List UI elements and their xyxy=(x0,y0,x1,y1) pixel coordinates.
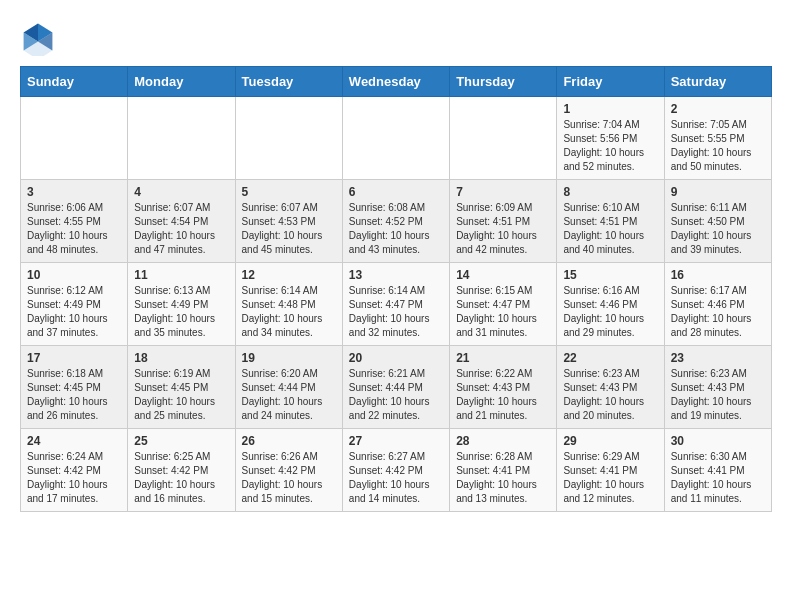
calendar-cell: 24Sunrise: 6:24 AM Sunset: 4:42 PM Dayli… xyxy=(21,429,128,512)
day-info: Sunrise: 6:18 AM Sunset: 4:45 PM Dayligh… xyxy=(27,367,121,423)
calendar-cell: 11Sunrise: 6:13 AM Sunset: 4:49 PM Dayli… xyxy=(128,263,235,346)
day-number: 3 xyxy=(27,185,121,199)
day-number: 18 xyxy=(134,351,228,365)
calendar-cell: 21Sunrise: 6:22 AM Sunset: 4:43 PM Dayli… xyxy=(450,346,557,429)
calendar-week-row: 17Sunrise: 6:18 AM Sunset: 4:45 PM Dayli… xyxy=(21,346,772,429)
day-info: Sunrise: 6:13 AM Sunset: 4:49 PM Dayligh… xyxy=(134,284,228,340)
day-info: Sunrise: 6:23 AM Sunset: 4:43 PM Dayligh… xyxy=(563,367,657,423)
calendar-cell: 29Sunrise: 6:29 AM Sunset: 4:41 PM Dayli… xyxy=(557,429,664,512)
calendar-week-row: 10Sunrise: 6:12 AM Sunset: 4:49 PM Dayli… xyxy=(21,263,772,346)
day-info: Sunrise: 6:14 AM Sunset: 4:48 PM Dayligh… xyxy=(242,284,336,340)
day-info: Sunrise: 6:11 AM Sunset: 4:50 PM Dayligh… xyxy=(671,201,765,257)
calendar-cell: 23Sunrise: 6:23 AM Sunset: 4:43 PM Dayli… xyxy=(664,346,771,429)
logo xyxy=(20,20,62,56)
calendar-cell: 17Sunrise: 6:18 AM Sunset: 4:45 PM Dayli… xyxy=(21,346,128,429)
calendar-cell xyxy=(235,97,342,180)
calendar-cell: 14Sunrise: 6:15 AM Sunset: 4:47 PM Dayli… xyxy=(450,263,557,346)
day-info: Sunrise: 6:15 AM Sunset: 4:47 PM Dayligh… xyxy=(456,284,550,340)
calendar-week-row: 1Sunrise: 7:04 AM Sunset: 5:56 PM Daylig… xyxy=(21,97,772,180)
day-info: Sunrise: 6:19 AM Sunset: 4:45 PM Dayligh… xyxy=(134,367,228,423)
day-number: 15 xyxy=(563,268,657,282)
day-number: 1 xyxy=(563,102,657,116)
day-number: 11 xyxy=(134,268,228,282)
calendar-cell: 9Sunrise: 6:11 AM Sunset: 4:50 PM Daylig… xyxy=(664,180,771,263)
calendar-cell: 19Sunrise: 6:20 AM Sunset: 4:44 PM Dayli… xyxy=(235,346,342,429)
day-info: Sunrise: 7:05 AM Sunset: 5:55 PM Dayligh… xyxy=(671,118,765,174)
logo-icon xyxy=(20,20,56,56)
day-number: 2 xyxy=(671,102,765,116)
day-info: Sunrise: 6:28 AM Sunset: 4:41 PM Dayligh… xyxy=(456,450,550,506)
day-info: Sunrise: 6:24 AM Sunset: 4:42 PM Dayligh… xyxy=(27,450,121,506)
day-info: Sunrise: 6:21 AM Sunset: 4:44 PM Dayligh… xyxy=(349,367,443,423)
day-info: Sunrise: 6:20 AM Sunset: 4:44 PM Dayligh… xyxy=(242,367,336,423)
calendar-cell: 3Sunrise: 6:06 AM Sunset: 4:55 PM Daylig… xyxy=(21,180,128,263)
calendar-cell: 18Sunrise: 6:19 AM Sunset: 4:45 PM Dayli… xyxy=(128,346,235,429)
day-number: 5 xyxy=(242,185,336,199)
day-number: 9 xyxy=(671,185,765,199)
day-number: 27 xyxy=(349,434,443,448)
calendar-cell: 8Sunrise: 6:10 AM Sunset: 4:51 PM Daylig… xyxy=(557,180,664,263)
calendar-table: SundayMondayTuesdayWednesdayThursdayFrid… xyxy=(20,66,772,512)
calendar-cell: 13Sunrise: 6:14 AM Sunset: 4:47 PM Dayli… xyxy=(342,263,449,346)
weekday-header: Friday xyxy=(557,67,664,97)
day-number: 22 xyxy=(563,351,657,365)
calendar-cell: 27Sunrise: 6:27 AM Sunset: 4:42 PM Dayli… xyxy=(342,429,449,512)
calendar-week-row: 3Sunrise: 6:06 AM Sunset: 4:55 PM Daylig… xyxy=(21,180,772,263)
calendar-cell: 10Sunrise: 6:12 AM Sunset: 4:49 PM Dayli… xyxy=(21,263,128,346)
calendar-cell: 1Sunrise: 7:04 AM Sunset: 5:56 PM Daylig… xyxy=(557,97,664,180)
calendar-cell: 16Sunrise: 6:17 AM Sunset: 4:46 PM Dayli… xyxy=(664,263,771,346)
day-number: 6 xyxy=(349,185,443,199)
day-number: 28 xyxy=(456,434,550,448)
day-info: Sunrise: 6:12 AM Sunset: 4:49 PM Dayligh… xyxy=(27,284,121,340)
calendar-cell: 22Sunrise: 6:23 AM Sunset: 4:43 PM Dayli… xyxy=(557,346,664,429)
day-number: 16 xyxy=(671,268,765,282)
calendar-cell: 6Sunrise: 6:08 AM Sunset: 4:52 PM Daylig… xyxy=(342,180,449,263)
day-number: 14 xyxy=(456,268,550,282)
day-info: Sunrise: 6:25 AM Sunset: 4:42 PM Dayligh… xyxy=(134,450,228,506)
day-number: 7 xyxy=(456,185,550,199)
weekday-header: Wednesday xyxy=(342,67,449,97)
calendar-cell xyxy=(128,97,235,180)
day-info: Sunrise: 6:10 AM Sunset: 4:51 PM Dayligh… xyxy=(563,201,657,257)
calendar-cell: 25Sunrise: 6:25 AM Sunset: 4:42 PM Dayli… xyxy=(128,429,235,512)
day-info: Sunrise: 6:16 AM Sunset: 4:46 PM Dayligh… xyxy=(563,284,657,340)
weekday-header: Saturday xyxy=(664,67,771,97)
day-number: 4 xyxy=(134,185,228,199)
calendar-cell: 28Sunrise: 6:28 AM Sunset: 4:41 PM Dayli… xyxy=(450,429,557,512)
day-info: Sunrise: 6:27 AM Sunset: 4:42 PM Dayligh… xyxy=(349,450,443,506)
day-number: 13 xyxy=(349,268,443,282)
day-info: Sunrise: 6:09 AM Sunset: 4:51 PM Dayligh… xyxy=(456,201,550,257)
weekday-header: Monday xyxy=(128,67,235,97)
day-info: Sunrise: 6:26 AM Sunset: 4:42 PM Dayligh… xyxy=(242,450,336,506)
day-info: Sunrise: 6:08 AM Sunset: 4:52 PM Dayligh… xyxy=(349,201,443,257)
calendar-cell: 5Sunrise: 6:07 AM Sunset: 4:53 PM Daylig… xyxy=(235,180,342,263)
day-number: 10 xyxy=(27,268,121,282)
day-number: 17 xyxy=(27,351,121,365)
calendar-cell xyxy=(342,97,449,180)
calendar-week-row: 24Sunrise: 6:24 AM Sunset: 4:42 PM Dayli… xyxy=(21,429,772,512)
calendar-cell: 7Sunrise: 6:09 AM Sunset: 4:51 PM Daylig… xyxy=(450,180,557,263)
day-info: Sunrise: 6:23 AM Sunset: 4:43 PM Dayligh… xyxy=(671,367,765,423)
day-number: 30 xyxy=(671,434,765,448)
day-number: 21 xyxy=(456,351,550,365)
day-number: 29 xyxy=(563,434,657,448)
day-number: 20 xyxy=(349,351,443,365)
day-info: Sunrise: 6:14 AM Sunset: 4:47 PM Dayligh… xyxy=(349,284,443,340)
calendar-cell: 26Sunrise: 6:26 AM Sunset: 4:42 PM Dayli… xyxy=(235,429,342,512)
calendar-cell: 15Sunrise: 6:16 AM Sunset: 4:46 PM Dayli… xyxy=(557,263,664,346)
calendar-cell: 12Sunrise: 6:14 AM Sunset: 4:48 PM Dayli… xyxy=(235,263,342,346)
day-info: Sunrise: 6:22 AM Sunset: 4:43 PM Dayligh… xyxy=(456,367,550,423)
header xyxy=(20,20,772,56)
day-info: Sunrise: 6:07 AM Sunset: 4:54 PM Dayligh… xyxy=(134,201,228,257)
weekday-header: Sunday xyxy=(21,67,128,97)
calendar-cell: 4Sunrise: 6:07 AM Sunset: 4:54 PM Daylig… xyxy=(128,180,235,263)
weekday-header: Tuesday xyxy=(235,67,342,97)
day-number: 26 xyxy=(242,434,336,448)
calendar-cell: 20Sunrise: 6:21 AM Sunset: 4:44 PM Dayli… xyxy=(342,346,449,429)
calendar-cell xyxy=(450,97,557,180)
calendar-header-row: SundayMondayTuesdayWednesdayThursdayFrid… xyxy=(21,67,772,97)
weekday-header: Thursday xyxy=(450,67,557,97)
day-info: Sunrise: 6:30 AM Sunset: 4:41 PM Dayligh… xyxy=(671,450,765,506)
calendar-cell xyxy=(21,97,128,180)
day-number: 12 xyxy=(242,268,336,282)
